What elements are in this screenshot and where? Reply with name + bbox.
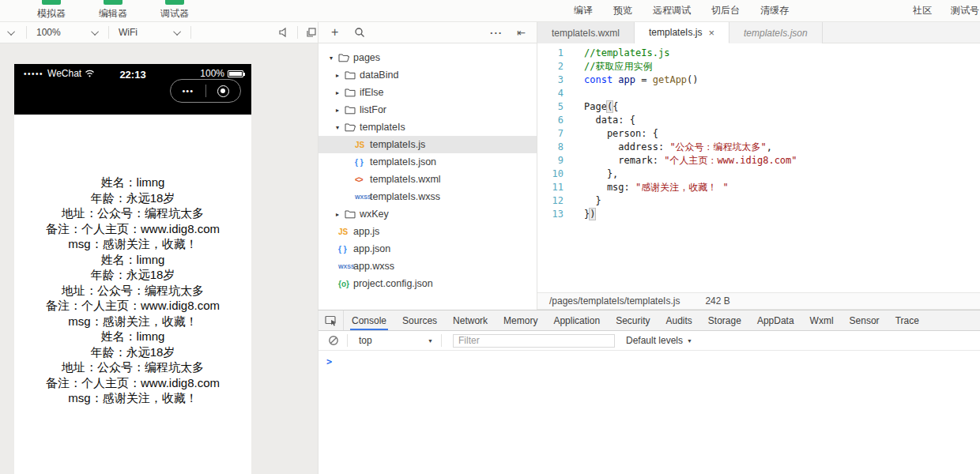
tree-item-templateis-wxss[interactable]: WXSStemplateIs.wxss (318, 188, 537, 205)
folder-open-icon (345, 122, 360, 132)
editor-tab-templateis-json[interactable]: templateIs.json (729, 22, 823, 43)
tree-item-templateis-wxml[interactable]: <>templateIs.wxml (318, 171, 537, 188)
tree-item-databind[interactable]: ▸dataBind (318, 66, 537, 84)
tree-item-label: templateIs.js (370, 139, 425, 150)
js-icon: JS (355, 141, 370, 149)
close-tab-icon[interactable]: × (708, 27, 714, 39)
console-filter-input[interactable] (453, 334, 615, 348)
code-line[interactable]: 9 remark: "个人主页：www.idig8.com" (537, 154, 980, 167)
code-line[interactable]: 1//templateIs.js (537, 47, 980, 60)
devtools-tab-security[interactable]: Security (608, 310, 658, 330)
devtools-tab-wxml[interactable]: Wxml (802, 310, 842, 330)
devtools-tab-storage[interactable]: Storage (700, 310, 749, 330)
sim-text-line: 备注：个人主页：www.idig8.com (14, 221, 251, 237)
caret-right-icon[interactable]: ▸ (336, 89, 345, 96)
code-line[interactable]: 5Page({ (537, 100, 980, 114)
device-select[interactable] (0, 22, 26, 43)
tree-item-project-config-json[interactable]: {o}project.config.json (318, 275, 537, 292)
test-account-button[interactable]: 测试号 (951, 4, 979, 17)
sim-text-line: 备注：个人主页：www.idig8.com (14, 375, 251, 391)
zoom-select[interactable]: 100% (27, 22, 108, 43)
caret-down-icon[interactable]: ▾ (336, 124, 345, 131)
tree-item-wxkey[interactable]: ▸wxKey (318, 205, 537, 223)
devtools-tab-audits[interactable]: Audits (658, 310, 700, 330)
network-select[interactable]: WiFi (109, 22, 190, 43)
tree-item-templateis-js[interactable]: JStemplateIs.js (318, 136, 537, 153)
devtools-tab-sensor[interactable]: Sensor (842, 310, 888, 330)
capsule-menu: ••• (170, 79, 241, 103)
capsule-more-button[interactable]: ••• (171, 86, 205, 96)
code-editor[interactable]: 1//templateIs.js2//获取应用实例3const app = ge… (537, 43, 980, 292)
devtools-tab-trace[interactable]: Trace (888, 310, 927, 330)
devtools-tab-bar: ConsoleSourcesNetworkMemoryApplicationSe… (318, 310, 980, 331)
caret-right-icon[interactable]: ▸ (336, 107, 345, 114)
code-line[interactable]: 11 msg: "感谢关注，收藏！ " (537, 181, 980, 194)
code-line[interactable]: 2//获取应用实例 (537, 60, 980, 73)
chevron-down-icon (91, 28, 99, 36)
line-number: 13 (537, 208, 564, 221)
log-levels-select[interactable]: Default levels ▼ (626, 335, 692, 346)
caret-down-icon[interactable]: ▾ (330, 55, 338, 62)
file-panel-header: + ··· ⇤ (318, 22, 537, 43)
capsule-home-button[interactable] (206, 85, 241, 97)
switch-background-button[interactable]: 切后台 (711, 4, 740, 17)
code-line[interactable]: 12 } (537, 194, 980, 208)
tree-item-app-js[interactable]: JSapp.js (318, 223, 537, 240)
devtools-tab-sources[interactable]: Sources (394, 310, 445, 330)
code-line[interactable]: 4 (537, 87, 980, 100)
wxml-icon: <> (355, 175, 370, 184)
context-select[interactable]: top ▼ (348, 331, 441, 350)
devtools-tab-application[interactable]: Application (545, 310, 608, 330)
devtools-tab-console[interactable]: Console (344, 310, 394, 330)
chevron-down-icon (173, 28, 181, 36)
inspect-element-icon[interactable] (318, 310, 344, 330)
detach-window-icon[interactable] (306, 27, 317, 38)
folder-icon (345, 88, 360, 97)
tree-item-label: project.config.json (353, 278, 433, 289)
more-options-icon[interactable]: ··· (490, 27, 503, 39)
devtools-tab-appdata[interactable]: AppData (749, 310, 802, 330)
caret-right-icon[interactable]: ▸ (336, 72, 345, 79)
preview-button[interactable]: 预览 (613, 4, 632, 17)
toggle-simulator-button[interactable]: 模拟器 (28, 0, 74, 21)
tree-item-label: ifElse (360, 87, 384, 98)
collapse-panel-icon[interactable]: ⇤ (517, 27, 526, 39)
clear-cache-button[interactable]: 清缓存 (760, 4, 789, 17)
tree-item-listfor[interactable]: ▸listFor (318, 101, 537, 118)
code-text: //获取应用实例 (564, 60, 652, 73)
tree-item-templateis[interactable]: ▾templateIs (318, 118, 537, 136)
add-file-icon[interactable]: + (331, 25, 338, 40)
home-ring-icon (217, 85, 229, 97)
toggle-debugger-button[interactable]: 调试器 (152, 0, 198, 21)
code-line[interactable]: 10 }, (537, 167, 980, 181)
clear-console-icon[interactable] (328, 335, 339, 346)
tree-item-pages[interactable]: ▾pages (318, 49, 537, 66)
code-line[interactable]: 13}) (537, 208, 980, 221)
phone-header: ••••• WeChat 100% 22:13 ••• (14, 64, 251, 115)
console-prompt[interactable]: > (326, 356, 332, 367)
code-line[interactable]: 3const app = getApp() (537, 73, 980, 87)
devtools-tab-network[interactable]: Network (445, 310, 496, 330)
wxss-icon: WXSS (355, 194, 370, 200)
config-icon: {o} (338, 280, 353, 288)
code-line[interactable]: 8 address: "公众号：编程坑太多", (537, 141, 980, 154)
tree-item-app-wxss[interactable]: WXSSapp.wxss (318, 258, 537, 275)
editor-tab-templateis-wxml[interactable]: templateIs.wxml (537, 22, 635, 43)
tree-item-ifelse[interactable]: ▸ifElse (318, 84, 537, 101)
search-icon[interactable] (354, 27, 365, 38)
sim-text-line: 姓名：limng (14, 329, 251, 344)
remote-debug-button[interactable]: 远程调试 (653, 4, 691, 17)
tree-item-app-json[interactable]: { }app.json (318, 240, 537, 258)
toggle-editor-button[interactable]: 编辑器 (90, 0, 136, 21)
line-number: 3 (537, 73, 564, 87)
compile-button[interactable]: 编译 (574, 4, 593, 17)
editor-tab-templateis-js[interactable]: templateIs.js× (635, 22, 729, 43)
community-button[interactable]: 社区 (913, 4, 932, 17)
sound-icon[interactable] (278, 27, 289, 38)
tree-item-templateis-json[interactable]: { }templateIs.json (318, 153, 537, 171)
code-line[interactable]: 6 data: { (537, 114, 980, 127)
code-line[interactable]: 7 person: { (537, 127, 980, 141)
editor-status-bar: /pages/templateIs/templateIs.js 242 B (537, 292, 980, 310)
caret-right-icon[interactable]: ▸ (336, 211, 345, 218)
devtools-tab-memory[interactable]: Memory (496, 310, 545, 330)
